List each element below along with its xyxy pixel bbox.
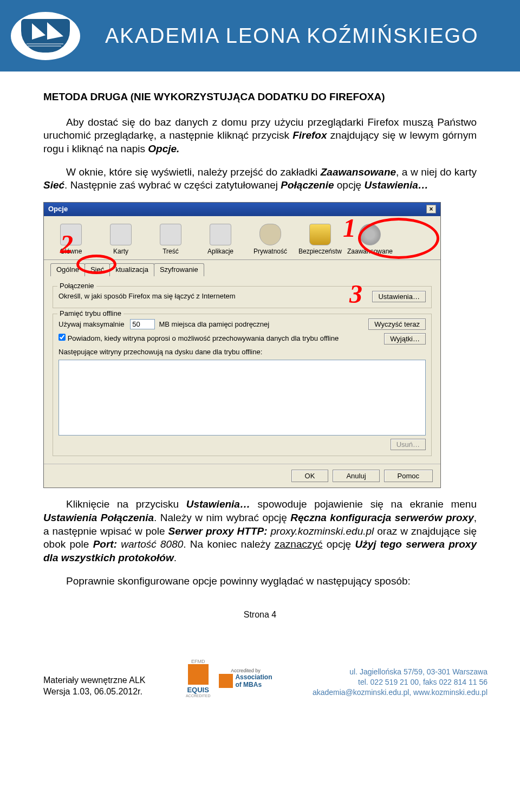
text: W oknie, które się wyświetli, należy prz… xyxy=(66,166,321,178)
ship-icon xyxy=(21,19,70,53)
settings-button[interactable]: Ustawienia… xyxy=(372,291,426,302)
text: , a w niej do karty xyxy=(396,166,477,178)
document-icon xyxy=(160,224,181,245)
paragraph-1: Aby dostać się do baz danych z domu przy… xyxy=(43,116,477,156)
header-banner: AKADEMIA LEONA KOŹMIŃSKIEGO xyxy=(0,0,520,72)
equis-icon xyxy=(188,664,209,685)
footer-line: Wersja 1.03, 06.05.2012r. xyxy=(43,686,146,698)
lock-icon xyxy=(309,224,331,245)
footer-address: ul. Jagiellońska 57/59, 03-301 Warszawa … xyxy=(313,667,487,698)
label: Treść xyxy=(162,248,179,256)
annotation-circle-1 xyxy=(358,218,439,259)
offline-notify-row: Powiadom, kiedy witryna poprosi o możliw… xyxy=(58,334,339,343)
label: Powiadom, kiedy witryna poprosi o możliw… xyxy=(68,334,339,342)
offline-sites-list[interactable] xyxy=(58,360,426,436)
folder-icon xyxy=(110,224,132,245)
mask-icon xyxy=(259,224,281,245)
fieldset-offline: Pamięć trybu offline Używaj maksymalnie … xyxy=(53,314,432,457)
label: EFMD xyxy=(191,659,205,664)
dialog-title: Opcje xyxy=(48,205,68,214)
text: opcję xyxy=(334,179,364,191)
label: Aplikacje xyxy=(207,248,233,256)
amba-icon xyxy=(219,674,233,688)
document-body: METODA DRUGA (NIE WYKORZYSTUJĄCA DODATKU… xyxy=(0,72,520,588)
offline-use: Używaj maksymalnie MB miejsca dla pamięc… xyxy=(58,319,269,329)
label: Prywatność xyxy=(253,248,287,256)
text: . xyxy=(174,552,177,563)
annotation-number-2: 2 xyxy=(60,228,73,261)
label: Association xyxy=(235,673,272,681)
tab-privacy[interactable]: Prywatność xyxy=(246,223,294,257)
paragraph-4: Poprawnie skonfigurowane opcje powinny w… xyxy=(43,575,477,588)
page-number: Strona 4 xyxy=(0,610,520,620)
options-dialog: Opcje × Główne Karty Treść Aplikacje Pry… xyxy=(43,202,441,488)
dialog-titlebar: Opcje × xyxy=(44,203,440,216)
annotation-number-3: 3 xyxy=(349,277,362,311)
logo-oval xyxy=(11,12,80,60)
text: Ustawienia… xyxy=(186,498,250,510)
text-ustawienia: Ustawienia… xyxy=(364,179,428,191)
cache-size-input[interactable] xyxy=(130,319,155,329)
addr-line: tel. 022 519 21 00, faks 022 814 11 56 xyxy=(313,677,487,687)
addr-line: ul. Jagiellońska 57/59, 03-301 Warszawa xyxy=(313,667,487,677)
ok-button[interactable]: OK xyxy=(291,470,329,482)
paragraph-2: W oknie, które się wyświetli, należy prz… xyxy=(43,166,477,192)
text-zaawansowane: Zaawansowane xyxy=(321,166,396,178)
close-button[interactable]: × xyxy=(426,205,436,213)
fieldset-connection: Połączenie Określl, w jaki sposób Firefo… xyxy=(53,286,432,308)
tab-tabs[interactable]: Karty xyxy=(97,223,145,257)
subtab-encryption[interactable]: Szyfrowanie xyxy=(154,263,204,276)
text-opcje: Opcje. xyxy=(148,143,179,154)
footer-line: Materiały wewnętrzne ALK xyxy=(43,675,146,686)
equis-logo: EFMD EQUIS ACCREDITED xyxy=(186,659,211,698)
tab-apps[interactable]: Aplikacje xyxy=(197,223,244,257)
annotation-number-1: 1 xyxy=(343,211,356,245)
text: Ustawienia Połączenia xyxy=(43,512,154,523)
footer-left: Materiały wewnętrzne ALK Wersja 1.03, 06… xyxy=(43,675,146,698)
footer-logos: EFMD EQUIS ACCREDITED Accredited by Asso… xyxy=(186,659,272,698)
amba-logo: Accredited by Association of MBAs xyxy=(219,668,272,688)
text: . Na koniec należy xyxy=(183,538,275,550)
label: of MBAs xyxy=(235,681,272,688)
text-polaczenie: Połączenie xyxy=(281,179,334,191)
cancel-button[interactable]: Anuluj xyxy=(333,470,379,482)
legend-offline: Pamięć trybu offline xyxy=(57,309,123,319)
offline-list-label: Następujące witryny przechowują na dysku… xyxy=(58,348,426,357)
remove-button: Usuń… xyxy=(391,439,426,450)
text-firefox: Firefox xyxy=(292,129,327,141)
tab-content[interactable]: Treść xyxy=(147,223,194,257)
label: Bezpieczeństw xyxy=(298,248,342,256)
section-heading: METODA DRUGA (NIE WYKORZYSTUJĄCA DODATKU… xyxy=(43,90,477,104)
exceptions-button[interactable]: Wyjątki… xyxy=(384,333,426,345)
dialog-body: Połączenie Określl, w jaki sposób Firefo… xyxy=(44,276,440,464)
text: opcję xyxy=(322,538,355,550)
annotation-circle-2 xyxy=(76,255,116,274)
page-footer: Materiały wewnętrzne ALK Wersja 1.03, 06… xyxy=(0,651,520,711)
label: MB miejsca dla pamięci podręcznej xyxy=(159,320,269,328)
apps-icon xyxy=(210,224,231,245)
text: . Następnie zaś wybrać w części zatytuło… xyxy=(64,179,281,191)
text: spowoduje pojawienie się na ekranie menu xyxy=(250,498,477,510)
legend-connection: Połączenie xyxy=(57,282,96,291)
label: Używaj maksymalnie xyxy=(58,320,124,328)
tab-security[interactable]: Bezpieczeństw xyxy=(296,223,344,257)
text: wartość 8080 xyxy=(117,538,183,550)
text: Ręczna konfiguracja serwerów proxy xyxy=(290,512,473,523)
text: proxy.kozminski.edu.pl xyxy=(268,525,374,537)
addr-line: akademia@kozminski.edu.pl, www.kozminski… xyxy=(313,687,487,698)
text: Port: xyxy=(93,538,117,550)
text: zaznaczyć xyxy=(275,538,323,550)
connection-desc: Określl, w jaki sposób Firefox ma się łą… xyxy=(58,292,236,301)
label: EQUIS xyxy=(187,686,209,694)
text: Kliknięcie na przycisku xyxy=(66,498,186,510)
text-siec: Sieć xyxy=(43,179,64,191)
text: . Należy w nim wybrać opcję xyxy=(154,512,290,523)
clear-now-button[interactable]: Wyczyść teraz xyxy=(368,319,426,330)
label: ACCREDITED xyxy=(186,694,211,698)
help-button[interactable]: Pomoc xyxy=(384,470,433,482)
label: Karty xyxy=(113,248,128,256)
label: Accredited by xyxy=(231,668,261,673)
notify-checkbox[interactable] xyxy=(58,334,66,341)
org-title: AKADEMIA LEONA KOŹMIŃSKIEGO xyxy=(105,24,479,48)
dialog-footer: OK Anuluj Pomoc xyxy=(44,464,440,488)
